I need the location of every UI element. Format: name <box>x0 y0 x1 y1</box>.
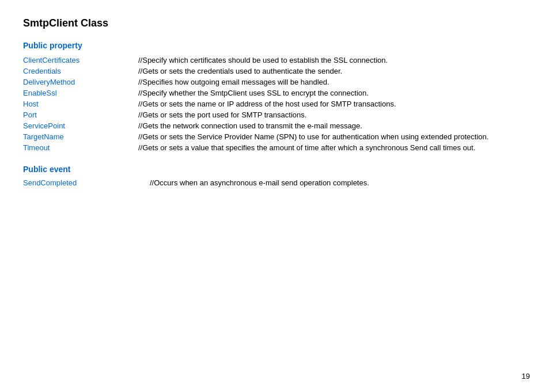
table-row: Credentials//Gets or sets the credential… <box>23 66 530 77</box>
event-name: SendCompleted <box>23 178 138 187</box>
table-row: DeliveryMethod//Specifies how outgoing e… <box>23 77 530 87</box>
table-row: Port//Gets or sets the port used for SMT… <box>23 109 530 120</box>
page-title: SmtpClient Class <box>23 17 530 29</box>
property-description: //Gets or sets the port used for SMTP tr… <box>138 109 530 120</box>
property-name: Host <box>23 98 138 109</box>
table-row: Host//Gets or sets the name or IP addres… <box>23 98 530 109</box>
property-name: Credentials <box>23 66 138 77</box>
property-description: //Gets or sets the name or IP address of… <box>138 98 530 109</box>
property-name: EnableSsl <box>23 87 138 98</box>
property-name: Timeout <box>23 142 138 153</box>
table-row: Timeout//Gets or sets a value that speci… <box>23 142 530 153</box>
property-name: ServicePoint <box>23 120 138 131</box>
events-section-header: Public event <box>23 165 530 174</box>
property-name: TargetName <box>23 131 138 142</box>
properties-table: ClientCertificates//Specify which certif… <box>23 55 530 153</box>
table-row: EnableSsl//Specify whether the SmtpClien… <box>23 87 530 98</box>
event-desc: //Occurs when an asynchronous e-mail sen… <box>138 178 369 187</box>
property-description: //Gets or sets a value that specifies th… <box>138 142 530 153</box>
property-description: //Specify which certificates should be u… <box>138 55 530 66</box>
table-row: ClientCertificates//Specify which certif… <box>23 55 530 66</box>
property-description: //Specify whether the SmtpClient uses SS… <box>138 87 530 98</box>
property-description: //Gets or sets the credentials used to a… <box>138 66 530 77</box>
properties-section-header: Public property <box>23 41 530 50</box>
event-row: SendCompleted //Occurs when an asynchron… <box>23 178 530 187</box>
property-name: DeliveryMethod <box>23 77 138 87</box>
property-description: //Specifies how outgoing email messages … <box>138 77 530 87</box>
page-number: 19 <box>522 372 530 380</box>
table-row: ServicePoint//Gets the network connectio… <box>23 120 530 131</box>
property-name: Port <box>23 109 138 120</box>
property-description: //Gets or sets the Service Provider Name… <box>138 131 530 142</box>
page-container: SmtpClient Class Public property ClientC… <box>0 0 553 210</box>
table-row: TargetName//Gets or sets the Service Pro… <box>23 131 530 142</box>
property-name: ClientCertificates <box>23 55 138 66</box>
property-description: //Gets the network connection used to tr… <box>138 120 530 131</box>
